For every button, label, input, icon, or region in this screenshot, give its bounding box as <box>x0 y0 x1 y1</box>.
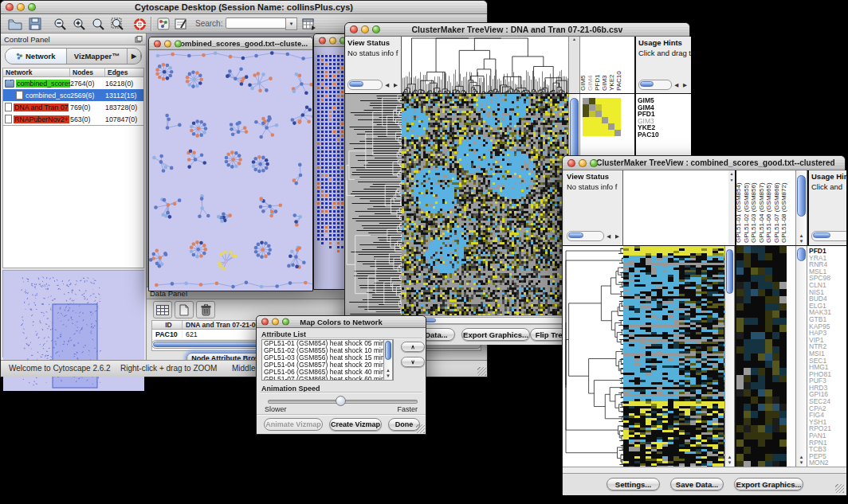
tv1-row-dendrogram[interactable] <box>345 94 402 315</box>
zoom-button[interactable] <box>28 3 36 11</box>
matrix-cell[interactable] <box>583 117 589 123</box>
close-button[interactable] <box>319 37 326 44</box>
scroll-thumb[interactable] <box>568 232 583 238</box>
create-vizmap-button[interactable]: Create Vizmap <box>329 418 382 431</box>
dialog-title-bar[interactable]: Map Colors to Network <box>257 316 426 328</box>
tv2-column-tree-area[interactable] <box>623 170 728 245</box>
tv2-heatmap[interactable] <box>623 246 724 467</box>
attribute-listbox[interactable]: GPL51-01 (GSM854) heat shock 05 minGPL51… <box>261 339 394 381</box>
matrix-cell[interactable] <box>589 98 595 104</box>
minimize-button[interactable] <box>17 3 25 11</box>
gene-label[interactable]: GPI16 <box>807 391 846 398</box>
matrix-cell[interactable] <box>583 111 589 117</box>
network2-title-bar[interactable] <box>314 34 347 47</box>
tv1-matrix[interactable] <box>583 98 621 136</box>
gene-label[interactable]: HAP3 <box>807 330 846 337</box>
matrix-cell[interactable] <box>608 123 614 130</box>
gene-label[interactable]: GIM3 <box>636 118 691 125</box>
main-title-bar[interactable]: Cytoscape Desktop (Session Name: collins… <box>1 1 487 14</box>
zoom-button[interactable] <box>372 25 380 33</box>
matrix-cell[interactable] <box>589 104 595 111</box>
attribute-list-scrollbar[interactable]: ▲▼ <box>383 340 393 380</box>
gene-label[interactable]: PHO81 <box>807 371 846 378</box>
action-button-export-graphics[interactable]: Export Graphics... <box>734 478 803 490</box>
delete-attribute-button[interactable] <box>196 301 215 318</box>
close-button[interactable] <box>6 3 14 11</box>
gene-label[interactable]: PFD1 <box>807 248 846 255</box>
network-title-bar[interactable]: combined_scores_good.txt--cluste... <box>149 37 312 50</box>
zoom-fit-button[interactable] <box>109 16 125 32</box>
matrix-cell[interactable] <box>595 123 602 130</box>
matrix-cell[interactable] <box>614 98 621 104</box>
tv2-usage-scrollbar[interactable] <box>811 231 846 241</box>
gene-label[interactable]: GIM4 <box>636 104 691 111</box>
tv1-heatmap[interactable] <box>402 94 568 315</box>
tv2-vscroll-thumb[interactable] <box>726 249 733 294</box>
gene-label[interactable]: SEC24 <box>807 398 846 405</box>
gene-label[interactable]: MON2 <box>807 459 846 467</box>
gene-label[interactable]: CPA2 <box>807 405 846 412</box>
gene-label[interactable]: PAC10 <box>636 131 691 139</box>
tv2-status-scrollbar[interactable]: ◀ ▶ <box>567 231 621 241</box>
treeview2-title-bar[interactable]: ClusterMaker TreeView : combined_scores_… <box>563 156 845 170</box>
scroll-thumb[interactable] <box>349 81 363 87</box>
scroll-arrows-icon[interactable]: ▲▼ <box>796 233 807 244</box>
tv1-column-dendrogram[interactable] <box>402 37 568 93</box>
matrix-cell[interactable] <box>614 117 621 123</box>
matrix-cell[interactable] <box>602 117 608 123</box>
minimize-button[interactable] <box>272 318 279 326</box>
gene-label[interactable]: PFD1 <box>636 111 691 118</box>
search-input[interactable] <box>226 18 286 29</box>
zoom-button[interactable] <box>175 40 182 47</box>
minimize-button[interactable] <box>361 25 369 33</box>
scroll-arrows-icon[interactable]: ◀ ▶ <box>604 233 621 240</box>
zoom-out-button[interactable] <box>52 16 68 32</box>
tab-vizmapper[interactable]: VizMapper™ <box>67 49 128 64</box>
gene-label[interactable]: FIG4 <box>807 412 846 419</box>
gene-label[interactable]: PAN1 <box>807 432 846 440</box>
matrix-cell[interactable] <box>595 111 602 117</box>
zoom-selected-button[interactable] <box>90 16 106 32</box>
gene-label[interactable]: ELG1 <box>807 303 846 310</box>
gene-label[interactable]: RPN1 <box>807 440 846 447</box>
float-panel-icon[interactable] <box>135 36 143 43</box>
network-canvas[interactable] <box>149 50 312 291</box>
tv1-gutter[interactable]: ▲ <box>568 37 580 93</box>
gene-label[interactable]: HRD3 <box>807 385 846 392</box>
matrix-cell[interactable] <box>589 117 595 123</box>
attribute-list-item[interactable]: GPL51-07 (GSM868) heat shock 60 min <box>262 376 393 381</box>
matrix-cell[interactable] <box>602 104 608 111</box>
matrix-cell[interactable] <box>614 104 621 111</box>
gene-label[interactable]: RPO21 <box>807 425 846 432</box>
scroll-thumb[interactable] <box>813 232 830 238</box>
matrix-cell[interactable] <box>608 104 614 111</box>
tv2-genelist-scrollbar[interactable]: ▲▼ <box>795 246 807 467</box>
network-tree-row[interactable]: RNAPuberNov2+563(0)107847(0) <box>3 113 143 125</box>
search-dropdown-arrow[interactable]: ▼ <box>285 18 297 30</box>
move-down-button[interactable]: ∨ <box>401 357 425 367</box>
gene-label[interactable]: SPC98 <box>807 275 846 282</box>
minimize-button[interactable] <box>164 40 171 47</box>
tv2-row-dendrogram[interactable] <box>564 246 623 467</box>
close-button[interactable] <box>567 159 575 167</box>
matrix-cell[interactable] <box>583 104 589 111</box>
tv2-collabel-scrollbar[interactable]: ▲▼ <box>795 170 807 245</box>
zoom-button[interactable] <box>590 159 598 167</box>
close-button[interactable] <box>154 40 161 47</box>
matrix-cell[interactable] <box>614 123 621 130</box>
matrix-cell[interactable] <box>595 130 602 136</box>
tv2-hscroll-area[interactable] <box>563 467 846 474</box>
animate-vizmap-button[interactable]: Animate Vizmap <box>264 418 323 431</box>
matrix-cell[interactable] <box>614 130 621 136</box>
network-tree-row[interactable]: combined_sco2569(6)13112(15) <box>3 89 143 101</box>
tv1-usage-scrollbar[interactable]: ◀ ▶ <box>638 80 689 90</box>
scroll-arrows-icon[interactable]: ◀ ▶ <box>383 82 399 88</box>
matrix-cell[interactable] <box>595 117 602 123</box>
resize-grip[interactable] <box>477 367 486 376</box>
move-up-button[interactable]: ∧ <box>401 342 425 352</box>
gene-label[interactable]: YRA1 <box>807 255 846 262</box>
tv2-gutter[interactable]: ▲▼ <box>728 170 735 245</box>
save-session-button[interactable] <box>27 16 43 32</box>
annotation-button[interactable] <box>173 16 189 32</box>
action-button-settings[interactable]: Settings... <box>607 478 660 490</box>
